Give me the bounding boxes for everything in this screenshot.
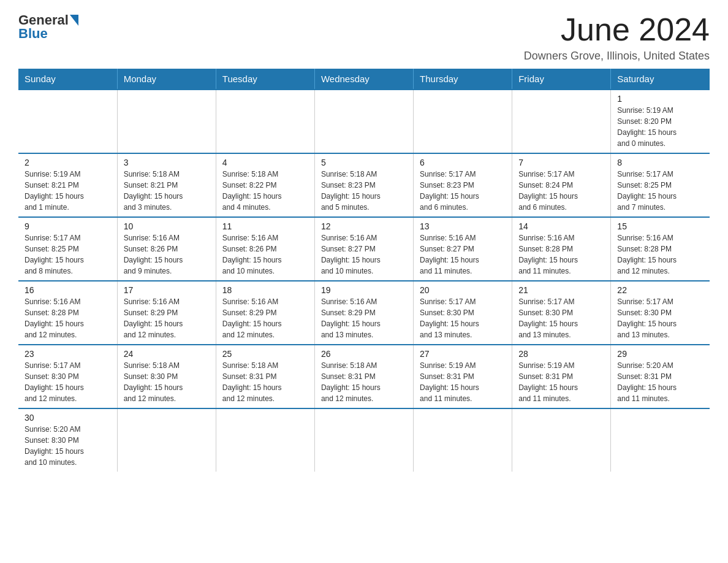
calendar-cell: [314, 90, 413, 153]
day-of-week-sunday: Sunday: [18, 69, 117, 90]
calendar-cell: 9Sunrise: 5:17 AM Sunset: 8:25 PM Daylig…: [18, 217, 117, 281]
day-of-week-friday: Friday: [512, 69, 611, 90]
calendar-cell: 8Sunrise: 5:17 AM Sunset: 8:25 PM Daylig…: [611, 153, 710, 217]
day-info: Sunrise: 5:19 AM Sunset: 8:31 PM Dayligh…: [420, 360, 506, 404]
calendar-cell: [216, 90, 314, 153]
day-number: 4: [222, 158, 308, 167]
day-info: Sunrise: 5:17 AM Sunset: 8:30 PM Dayligh…: [420, 296, 506, 340]
calendar-cell: 23Sunrise: 5:17 AM Sunset: 8:30 PM Dayli…: [18, 345, 117, 408]
day-number: 12: [321, 221, 407, 231]
logo: General Blue: [18, 12, 78, 42]
calendar-cell: [414, 90, 512, 153]
calendar-header: SundayMondayTuesdayWednesdayThursdayFrid…: [18, 69, 710, 90]
day-info: Sunrise: 5:16 AM Sunset: 8:29 PM Dayligh…: [222, 296, 308, 340]
week-row-1: 1Sunrise: 5:19 AM Sunset: 8:20 PM Daylig…: [18, 90, 710, 153]
day-info: Sunrise: 5:20 AM Sunset: 8:30 PM Dayligh…: [25, 424, 111, 468]
day-info: Sunrise: 5:17 AM Sunset: 8:25 PM Dayligh…: [25, 232, 111, 277]
calendar-cell: 11Sunrise: 5:16 AM Sunset: 8:26 PM Dayli…: [216, 217, 314, 281]
day-number: 11: [222, 221, 308, 231]
calendar-cell: 12Sunrise: 5:16 AM Sunset: 8:27 PM Dayli…: [314, 217, 413, 281]
page-title: June 2024: [524, 12, 710, 47]
day-info: Sunrise: 5:19 AM Sunset: 8:20 PM Dayligh…: [617, 105, 703, 149]
day-info: Sunrise: 5:17 AM Sunset: 8:24 PM Dayligh…: [518, 169, 604, 213]
day-of-week-wednesday: Wednesday: [314, 69, 413, 90]
calendar-cell: 20Sunrise: 5:17 AM Sunset: 8:30 PM Dayli…: [414, 281, 512, 345]
calendar-cell: 15Sunrise: 5:16 AM Sunset: 8:28 PM Dayli…: [611, 217, 710, 281]
day-info: Sunrise: 5:20 AM Sunset: 8:31 PM Dayligh…: [617, 360, 703, 404]
week-row-3: 9Sunrise: 5:17 AM Sunset: 8:25 PM Daylig…: [18, 217, 710, 281]
day-number: 1: [617, 94, 703, 104]
calendar-cell: 19Sunrise: 5:16 AM Sunset: 8:29 PM Dayli…: [314, 281, 413, 345]
day-number: 13: [420, 221, 506, 231]
day-number: 10: [124, 221, 210, 231]
day-info: Sunrise: 5:17 AM Sunset: 8:23 PM Dayligh…: [420, 169, 506, 213]
calendar-cell: 10Sunrise: 5:16 AM Sunset: 8:26 PM Dayli…: [117, 217, 216, 281]
day-info: Sunrise: 5:17 AM Sunset: 8:30 PM Dayligh…: [518, 296, 604, 340]
calendar-cell: [512, 90, 611, 153]
day-info: Sunrise: 5:19 AM Sunset: 8:31 PM Dayligh…: [518, 360, 604, 404]
calendar-cell: 13Sunrise: 5:16 AM Sunset: 8:27 PM Dayli…: [414, 217, 512, 281]
calendar-cell: 7Sunrise: 5:17 AM Sunset: 8:24 PM Daylig…: [512, 153, 611, 217]
day-info: Sunrise: 5:18 AM Sunset: 8:31 PM Dayligh…: [222, 360, 308, 404]
calendar-cell: [18, 90, 117, 153]
day-of-week-thursday: Thursday: [414, 69, 512, 90]
day-number: 6: [420, 158, 506, 167]
week-row-2: 2Sunrise: 5:19 AM Sunset: 8:21 PM Daylig…: [18, 153, 710, 217]
day-info: Sunrise: 5:17 AM Sunset: 8:30 PM Dayligh…: [617, 296, 703, 340]
week-row-6: 30Sunrise: 5:20 AM Sunset: 8:30 PM Dayli…: [18, 408, 710, 472]
calendar-cell: [216, 408, 314, 472]
calendar-cell: 2Sunrise: 5:19 AM Sunset: 8:21 PM Daylig…: [18, 153, 117, 217]
day-number: 20: [420, 285, 506, 295]
calendar-cell: 29Sunrise: 5:20 AM Sunset: 8:31 PM Dayli…: [611, 345, 710, 408]
calendar-cell: 22Sunrise: 5:17 AM Sunset: 8:30 PM Dayli…: [611, 281, 710, 345]
calendar-cell: [512, 408, 611, 472]
calendar-cell: 27Sunrise: 5:19 AM Sunset: 8:31 PM Dayli…: [414, 345, 512, 408]
calendar-table: SundayMondayTuesdayWednesdayThursdayFrid…: [18, 69, 710, 472]
calendar-cell: 6Sunrise: 5:17 AM Sunset: 8:23 PM Daylig…: [414, 153, 512, 217]
day-number: 25: [222, 349, 308, 359]
day-info: Sunrise: 5:16 AM Sunset: 8:27 PM Dayligh…: [420, 232, 506, 277]
day-info: Sunrise: 5:16 AM Sunset: 8:29 PM Dayligh…: [124, 296, 210, 340]
day-number: 16: [25, 285, 111, 295]
calendar-cell: 28Sunrise: 5:19 AM Sunset: 8:31 PM Dayli…: [512, 345, 611, 408]
day-info: Sunrise: 5:18 AM Sunset: 8:21 PM Dayligh…: [124, 169, 210, 213]
calendar-cell: [117, 408, 216, 472]
day-number: 14: [518, 221, 604, 231]
calendar-cell: 25Sunrise: 5:18 AM Sunset: 8:31 PM Dayli…: [216, 345, 314, 408]
day-number: 18: [222, 285, 308, 295]
day-number: 26: [321, 349, 407, 359]
day-info: Sunrise: 5:16 AM Sunset: 8:28 PM Dayligh…: [25, 296, 111, 340]
day-info: Sunrise: 5:16 AM Sunset: 8:28 PM Dayligh…: [617, 232, 703, 277]
calendar-cell: 17Sunrise: 5:16 AM Sunset: 8:29 PM Dayli…: [117, 281, 216, 345]
calendar-cell: 4Sunrise: 5:18 AM Sunset: 8:22 PM Daylig…: [216, 153, 314, 217]
day-number: 23: [25, 349, 111, 359]
day-info: Sunrise: 5:16 AM Sunset: 8:29 PM Dayligh…: [321, 296, 407, 340]
day-number: 27: [420, 349, 506, 359]
logo-arrow-icon: [70, 15, 78, 26]
calendar-cell: [414, 408, 512, 472]
day-info: Sunrise: 5:17 AM Sunset: 8:25 PM Dayligh…: [617, 169, 703, 213]
day-number: 22: [617, 285, 703, 295]
day-of-week-monday: Monday: [117, 69, 216, 90]
calendar-cell: 26Sunrise: 5:18 AM Sunset: 8:31 PM Dayli…: [314, 345, 413, 408]
calendar-cell: 14Sunrise: 5:16 AM Sunset: 8:28 PM Dayli…: [512, 217, 611, 281]
day-number: 21: [518, 285, 604, 295]
page-header: General Blue June 2024 Downers Grove, Il…: [18, 12, 710, 63]
calendar-cell: 5Sunrise: 5:18 AM Sunset: 8:23 PM Daylig…: [314, 153, 413, 217]
week-row-4: 16Sunrise: 5:16 AM Sunset: 8:28 PM Dayli…: [18, 281, 710, 345]
day-info: Sunrise: 5:18 AM Sunset: 8:30 PM Dayligh…: [124, 360, 210, 404]
day-number: 2: [25, 158, 111, 167]
calendar-cell: 21Sunrise: 5:17 AM Sunset: 8:30 PM Dayli…: [512, 281, 611, 345]
day-number: 9: [25, 221, 111, 231]
day-number: 7: [518, 158, 604, 167]
day-of-week-saturday: Saturday: [611, 69, 710, 90]
calendar-cell: 30Sunrise: 5:20 AM Sunset: 8:30 PM Dayli…: [18, 408, 117, 472]
day-number: 30: [25, 413, 111, 423]
day-number: 15: [617, 221, 703, 231]
calendar-cell: 24Sunrise: 5:18 AM Sunset: 8:30 PM Dayli…: [117, 345, 216, 408]
day-number: 3: [124, 158, 210, 167]
calendar-cell: 3Sunrise: 5:18 AM Sunset: 8:21 PM Daylig…: [117, 153, 216, 217]
day-info: Sunrise: 5:18 AM Sunset: 8:22 PM Dayligh…: [222, 169, 308, 213]
day-of-week-tuesday: Tuesday: [216, 69, 314, 90]
title-section: June 2024 Downers Grove, Illinois, Unite…: [524, 12, 710, 63]
